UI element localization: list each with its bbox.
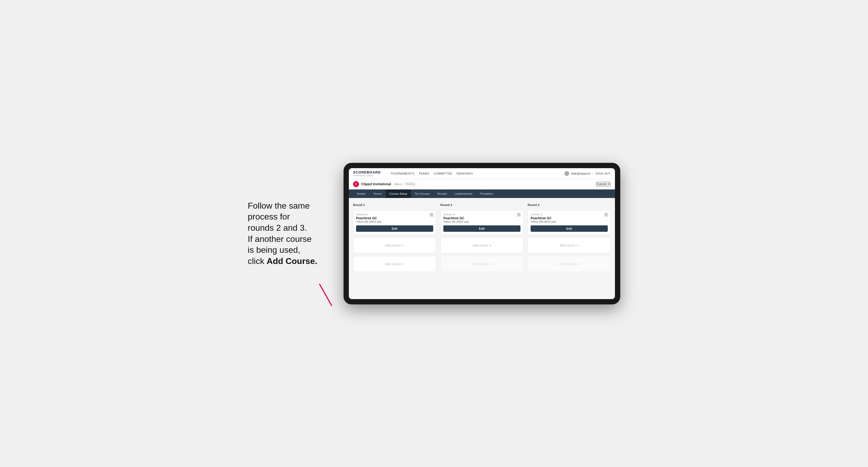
round-3-add-course-2: Add Course + [528, 256, 611, 272]
round-1-course-tag: (Course A) [356, 213, 433, 216]
user-email: blair@clippd.io [571, 172, 590, 175]
nav-separator: | [593, 172, 593, 175]
round-1-add-course-1[interactable]: Add Course + [353, 237, 436, 253]
tournament-bar: C Clippd Invitational (Men) Hosting Canc… [349, 179, 615, 189]
nav-committee[interactable]: COMMITTEE [434, 171, 453, 176]
user-avatar [564, 171, 569, 176]
tablet-screen: SCOREBOARD Powered by clippd TOURNAMENTS… [349, 168, 615, 299]
bold-add-course: Add Course. [267, 256, 317, 266]
tab-printables[interactable]: Printables [476, 189, 497, 198]
plus-icon-4: + [489, 262, 491, 266]
tournament-name: Clippd Invitational [361, 182, 391, 186]
tab-leaderboards[interactable]: Leaderboards [451, 189, 476, 198]
main-content: Round 1 ✕ (Course A) Peachtree GC Yellow… [349, 198, 615, 299]
round-2-add-course-2: Add Course + [440, 256, 523, 272]
nav-right: blair@clippd.io | Sign out [564, 171, 611, 176]
instruction-text: Follow the same process for rounds 2 and… [248, 200, 322, 267]
tab-results[interactable]: Results [433, 189, 451, 198]
logo-title: SCOREBOARD [353, 170, 381, 174]
plus-icon-3: + [489, 243, 491, 247]
red-arrow-svg [317, 282, 338, 313]
round-1-course-details: Yellow (M) (6629 yds) [356, 220, 433, 223]
round-1-course-name: Peachtree GC [356, 216, 433, 220]
nav-links: TOURNAMENTS TEAMS COMMITTEE RANKINGS [390, 171, 558, 176]
round-3-course-details: Yellow (M) (6629 yds) [531, 220, 608, 223]
round-2-delete-btn[interactable]: ✕ [517, 213, 521, 217]
round-2-course-name: Peachtree GC [443, 216, 521, 220]
round-1-label: Round 1 [353, 203, 436, 207]
tab-course-setup[interactable]: Course Setup [385, 189, 411, 198]
logo-sub: Powered by clippd [353, 174, 381, 177]
svg-marker-1 [328, 303, 336, 308]
round-1-add-course-label-2: Add Course + [385, 262, 404, 266]
round-2-course-card: ✕ (Course A) Peachtree GC Yellow (M) (66… [440, 210, 523, 235]
round-2-add-course-1[interactable]: Add Course + [440, 237, 523, 253]
round-2-course-details: Yellow (M) (6629 yds) [443, 220, 521, 223]
round-1-add-course-2[interactable]: Add Course + [353, 256, 436, 272]
round-2-add-course-label-1: Add Course + [473, 243, 491, 247]
tournament-gender: (Men) [394, 183, 402, 186]
round-2-course-tag: (Course A) [443, 213, 521, 216]
round-3-edit-btn[interactable]: Edit [531, 225, 608, 232]
cancel-button[interactable]: Cancel ✕ [596, 182, 611, 187]
round-3-add-course-1[interactable]: Add Course + [528, 237, 611, 253]
round-2-label: Round 2 [440, 203, 523, 207]
round-1-column: Round 1 ✕ (Course A) Peachtree GC Yellow… [353, 203, 436, 272]
round-2-edit-btn[interactable]: Edit [443, 225, 521, 232]
clippd-logo: C [353, 181, 359, 187]
tab-tee-groups[interactable]: Tee Groups [411, 189, 433, 198]
round-3-label: Round 3 [528, 203, 611, 207]
plus-icon-1: + [402, 243, 404, 247]
nav-teams[interactable]: TEAMS [418, 171, 429, 176]
sub-nav: Details Teams Course Setup Tee Groups Re… [349, 189, 615, 198]
round-3-course-tag: (Course A) [531, 213, 608, 216]
round-3-add-course-label-1: Add Course + [560, 243, 579, 247]
tournament-info: C Clippd Invitational (Men) Hosting [353, 181, 416, 187]
plus-icon-5: + [576, 243, 579, 247]
round-2-column: Round 2 ✕ (Course A) Peachtree GC Yellow… [440, 203, 523, 272]
rounds-grid: Round 1 ✕ (Course A) Peachtree GC Yellow… [353, 203, 611, 272]
nav-rankings[interactable]: RANKINGS [457, 171, 473, 176]
top-nav: SCOREBOARD Powered by clippd TOURNAMENTS… [349, 168, 615, 179]
plus-icon-2: + [402, 262, 404, 266]
sign-out-link[interactable]: Sign out [595, 171, 611, 176]
tab-teams[interactable]: Teams [370, 189, 385, 198]
round-3-column: Round 3 ✕ (Course A) Peachtree GC Yellow… [528, 203, 611, 272]
round-2-add-course-label-2: Add Course + [473, 262, 491, 266]
svg-line-0 [319, 284, 332, 306]
round-3-course-card: ✕ (Course A) Peachtree GC Yellow (M) (66… [528, 210, 611, 235]
round-1-add-course-label-1: Add Course + [385, 243, 404, 247]
page-wrapper: Follow the same process for rounds 2 and… [248, 163, 620, 304]
tab-details[interactable]: Details [353, 189, 370, 198]
round-3-course-name: Peachtree GC [531, 216, 608, 220]
round-3-add-course-label-2: Add Course + [560, 262, 579, 266]
tablet-frame: SCOREBOARD Powered by clippd TOURNAMENTS… [344, 163, 620, 304]
round-1-delete-btn[interactable]: ✕ [430, 213, 434, 217]
round-3-delete-btn[interactable]: ✕ [604, 213, 608, 217]
round-1-edit-btn[interactable]: Edit [356, 225, 433, 232]
round-1-course-card: ✕ (Course A) Peachtree GC Yellow (M) (66… [353, 210, 436, 235]
scoreboard-logo: SCOREBOARD Powered by clippd [353, 170, 381, 177]
nav-tournaments[interactable]: TOURNAMENTS [390, 171, 414, 176]
plus-icon-6: + [576, 262, 579, 266]
hosting-badge: Hosting [404, 182, 416, 186]
